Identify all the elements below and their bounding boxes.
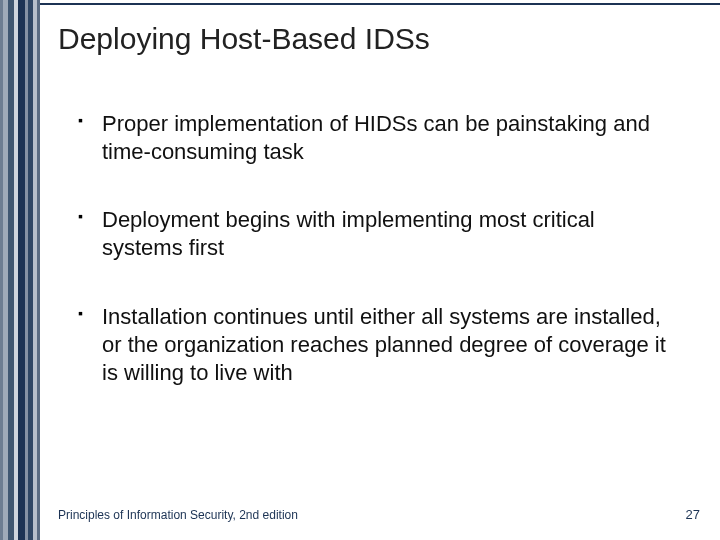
footer-source: Principles of Information Security, 2nd … xyxy=(58,508,298,522)
bullet-item: Installation continues until either all … xyxy=(78,303,680,387)
page-number: 27 xyxy=(686,507,700,522)
bullet-item: Deployment begins with implementing most… xyxy=(78,206,680,262)
bullet-item: Proper implementation of HIDSs can be pa… xyxy=(78,110,680,166)
left-decorative-band xyxy=(0,0,40,540)
top-rule xyxy=(40,3,720,5)
slide-title: Deploying Host-Based IDSs xyxy=(58,22,430,56)
decorative-stripe xyxy=(37,0,40,540)
decorative-stripe xyxy=(18,0,25,540)
slide-body: Proper implementation of HIDSs can be pa… xyxy=(78,110,680,427)
slide: Deploying Host-Based IDSs Proper impleme… xyxy=(0,0,720,540)
